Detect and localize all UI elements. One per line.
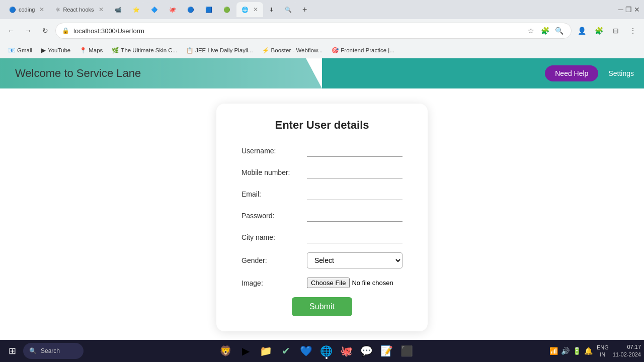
password-input[interactable] [307, 209, 403, 222]
gender-row: Gender: Select Male Female Other [242, 252, 403, 268]
tab-favicon: 🔷 [151, 7, 158, 13]
city-input[interactable] [307, 231, 403, 243]
bookmark-maps[interactable]: 📍 Maps [75, 45, 107, 55]
tab-3[interactable]: 📹 [110, 2, 127, 17]
tab-4[interactable]: ⭐ [128, 2, 145, 17]
youtube-favicon: ▶ [41, 47, 46, 54]
bookmark-frontend[interactable]: 🎯 Frontend Practice |... [328, 45, 398, 55]
taskbar-app-youtube[interactable]: ▶ [237, 342, 255, 360]
tab-favicon: 🔵 [187, 7, 194, 13]
tab-close-icon[interactable]: ✕ [39, 6, 44, 13]
taskbar-app-vscode[interactable]: 💙 [297, 342, 315, 360]
taskbar-app-brave[interactable]: 🦁 [217, 342, 235, 360]
bookmark-youtube[interactable]: ▶ YouTube [37, 45, 74, 55]
tab-6[interactable]: 🐙 [164, 2, 181, 17]
taskbar-system-icons: 📶 🔊 🔋 🔔 [549, 347, 593, 355]
sidebar-button[interactable]: ⊟ [609, 24, 623, 38]
tab-favicon: 🌐 [242, 7, 249, 13]
taskbar: ⊞ 🔍 Search 🦁 ▶ 📁 ✔ 💙 🌐 🐙 💬 📝 ⬛ 📶 🔊 🔋 🔔 E… [0, 340, 644, 362]
language-indicator: ENG IN [597, 344, 609, 358]
maps-favicon: 📍 [79, 47, 87, 54]
mobile-input[interactable] [307, 166, 403, 178]
username-label: Username: [242, 147, 302, 155]
taskbar-windows-button[interactable]: ⊞ [3, 342, 21, 360]
file-input[interactable] [307, 278, 431, 288]
tab-9[interactable]: 🟢 [218, 2, 235, 17]
username-input[interactable] [307, 144, 403, 157]
taskbar-search[interactable]: 🔍 Search [23, 343, 84, 359]
extension-icon[interactable]: 🧩 [539, 25, 551, 37]
taskbar-app-todo[interactable]: ✔ [277, 342, 295, 360]
jee-favicon: 📋 [186, 47, 193, 54]
taskbar-app-whatsapp[interactable]: 💬 [358, 342, 376, 360]
header-right: Need Help Settings [322, 58, 644, 88]
tab-11[interactable]: ⬇ [264, 2, 279, 17]
reload-button[interactable]: ↻ [38, 24, 52, 38]
taskbar-app-github[interactable]: 🐙 [338, 342, 356, 360]
taskbar-app-terminal[interactable]: ⬛ [398, 342, 416, 360]
mobile-row: Mobile number: [242, 166, 403, 178]
restore-icon[interactable]: ❐ [625, 6, 632, 14]
gmail-favicon: 📧 [8, 47, 15, 54]
lang-text: ENG [597, 344, 609, 351]
bookmark-booster[interactable]: ⚡ Booster - Webflow... [258, 45, 327, 55]
clock-time: 07:17 [613, 343, 641, 351]
gender-label: Gender: [242, 256, 302, 264]
volume-icon: 🔊 [561, 347, 570, 355]
image-row: Image: [242, 278, 403, 288]
taskbar-app-files[interactable]: 📁 [257, 342, 275, 360]
tab-favicon: 📹 [115, 7, 122, 13]
tab-favicon: 🔵 [9, 7, 16, 13]
profile-button[interactable]: 👤 [575, 24, 589, 38]
tab-coding[interactable]: 🔵 coding ✕ [4, 2, 49, 17]
back-button[interactable]: ← [4, 24, 18, 38]
wifi-icon: 📶 [549, 347, 558, 355]
tab-close-active-icon[interactable]: ✕ [253, 6, 258, 13]
tab-active[interactable]: 🌐 ✕ [236, 2, 263, 17]
bookmark-jee[interactable]: 📋 JEE Live Daily Playli... [182, 45, 257, 55]
notification-icon[interactable]: 🔔 [584, 347, 593, 355]
gender-select[interactable]: Select Male Female Other [307, 252, 403, 268]
tab-bar: 🔵 coding ✕ ⚛ React hooks ✕ 📹 ⭐ 🔷 🐙 🔵 🟦 🟢 [0, 0, 644, 19]
taskbar-app-chrome[interactable]: 🌐 [317, 342, 336, 360]
tab-5[interactable]: 🔷 [146, 2, 163, 17]
extensions-button[interactable]: 🧩 [592, 24, 606, 38]
email-input[interactable] [307, 188, 403, 200]
tab-favicon: ⚛ [55, 7, 60, 13]
settings-link[interactable]: Settings [608, 69, 634, 77]
taskbar-search-label: Search [41, 347, 60, 354]
zoom-icon[interactable]: 🔍 [553, 25, 565, 37]
submit-button[interactable]: Submit [292, 297, 352, 316]
taskbar-app-notes[interactable]: 📝 [378, 342, 396, 360]
skin-favicon: 🌿 [112, 47, 119, 54]
username-row: Username: [242, 144, 403, 157]
minimize-icon[interactable]: ─ [618, 6, 623, 14]
bookmark-star-icon[interactable]: ☆ [525, 25, 537, 37]
file-input-wrapper [307, 278, 431, 288]
mobile-label: Mobile number: [242, 168, 302, 176]
menu-button[interactable]: ⋮ [626, 24, 640, 38]
need-help-button[interactable]: Need Help [545, 65, 598, 81]
city-label: City name: [242, 233, 302, 241]
close-window-icon[interactable]: ✕ [634, 6, 640, 14]
tab-close-icon[interactable]: ✕ [99, 6, 104, 13]
app-header: Welcome to Service Lane Need Help Settin… [0, 58, 644, 88]
clock-date: 11-02-2024 [613, 351, 641, 358]
taskbar-apps: 🦁 ▶ 📁 ✔ 💙 🌐 🐙 💬 📝 ⬛ [86, 342, 547, 360]
form-card: Enter User details Username: Mobile numb… [216, 104, 428, 331]
tab-7[interactable]: 🔵 [182, 2, 199, 17]
tab-12[interactable]: 🔍 [280, 2, 297, 17]
tab-react[interactable]: ⚛ React hooks ✕ [50, 2, 108, 17]
address-bar[interactable]: 🔒 localhost:3000/Userform ☆ 🧩 🔍 [55, 23, 572, 39]
bookmark-gmail[interactable]: 📧 Gmail [4, 45, 36, 55]
user-form: Username: Mobile number: Email: Password… [242, 144, 403, 316]
brand-text: Welcome to Service Lane [15, 67, 141, 80]
new-tab-button[interactable]: + [298, 3, 312, 17]
forward-button[interactable]: → [21, 24, 35, 38]
tab-favicon: ⭐ [133, 7, 140, 13]
tab-8[interactable]: 🟦 [200, 2, 217, 17]
bookmark-skin[interactable]: 🌿 The Ultimate Skin C... [108, 45, 181, 55]
password-label: Password: [242, 212, 302, 220]
password-row: Password: [242, 209, 403, 222]
address-bar-row: ← → ↻ 🔒 localhost:3000/Userform ☆ 🧩 🔍 👤 … [0, 19, 644, 42]
